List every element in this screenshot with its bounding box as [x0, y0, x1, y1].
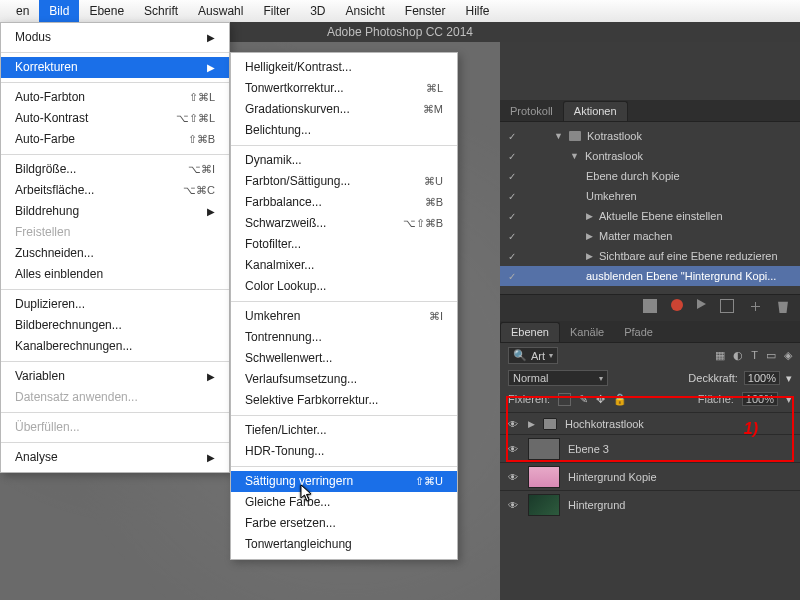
opacity-value[interactable]: 100% [744, 371, 780, 385]
menu-item[interactable]: Farbe ersetzen... [231, 513, 457, 534]
action-row[interactable]: ausblenden Ebene "Hintergrund Kopi... [500, 266, 800, 286]
tab-protokoll[interactable]: Protokoll [500, 102, 563, 121]
menu-ebene[interactable]: Ebene [79, 0, 134, 22]
checkmark-icon[interactable] [506, 230, 518, 242]
layer-row[interactable]: Hintergrund [500, 490, 800, 518]
checkmark-icon[interactable] [506, 150, 518, 162]
checkmark-icon[interactable] [506, 170, 518, 182]
menu-item[interactable]: Tontrennung... [231, 327, 457, 348]
menu-item[interactable]: Arbeitsfläche...⌥⌘C [1, 180, 229, 201]
blend-mode-select[interactable]: Normal ▾ [508, 370, 608, 386]
menu-en[interactable]: en [6, 0, 39, 22]
menu-item[interactable]: Tiefen/Lichter... [231, 420, 457, 441]
checkmark-icon[interactable] [506, 250, 518, 262]
layer-row[interactable]: Hintergrund Kopie [500, 462, 800, 490]
menu-item[interactable]: Duplizieren... [1, 294, 229, 315]
menu-item[interactable]: Fotofilter... [231, 234, 457, 255]
disclosure-triangle-icon[interactable]: ▶ [586, 231, 593, 241]
new-set-icon[interactable] [720, 299, 734, 313]
visibility-eye-icon[interactable] [506, 443, 520, 455]
menu-item[interactable]: Variablen▶ [1, 366, 229, 387]
menu-item[interactable]: Dynamik... [231, 150, 457, 171]
menu-item[interactable]: HDR-Tonung... [231, 441, 457, 462]
layer-thumbnail[interactable] [528, 466, 560, 488]
menu-schrift[interactable]: Schrift [134, 0, 188, 22]
lock-brush-icon[interactable]: ✎ [579, 393, 588, 406]
menu-item[interactable]: Schwarzweiß...⌥⇧⌘B [231, 213, 457, 234]
layer-filter-kind[interactable]: 🔍 Art ▾ [508, 347, 558, 364]
action-row[interactable]: ▼Kontraslook [500, 146, 800, 166]
menu-ansicht[interactable]: Ansicht [335, 0, 394, 22]
tab-kanäle[interactable]: Kanäle [560, 323, 614, 342]
menu-item[interactable]: Tonwertkorrektur...⌘L [231, 78, 457, 99]
visibility-eye-icon[interactable] [506, 418, 520, 430]
menu-item[interactable]: Sättigung verringern⇧⌘U [231, 471, 457, 492]
disclosure-triangle-icon[interactable]: ▼ [554, 131, 563, 141]
visibility-eye-icon[interactable] [506, 499, 520, 511]
trash-icon[interactable] [776, 299, 790, 313]
menu-item[interactable]: Kanalmixer... [231, 255, 457, 276]
menu-item[interactable]: Bilddrehung▶ [1, 201, 229, 222]
action-row[interactable]: ▶Matter machen [500, 226, 800, 246]
filter-pixel-icon[interactable]: ▦ [715, 349, 725, 362]
play-icon[interactable] [697, 299, 706, 309]
menu-item[interactable]: Umkehren⌘I [231, 306, 457, 327]
action-row[interactable]: ▶Sichtbare auf eine Ebene reduzieren [500, 246, 800, 266]
layer-thumbnail[interactable] [528, 438, 560, 460]
menu-item[interactable]: Verlaufsumsetzung... [231, 369, 457, 390]
menu-item[interactable]: Modus▶ [1, 27, 229, 48]
lock-all-icon[interactable]: 🔒 [613, 393, 627, 406]
action-row[interactable]: ▶Aktuelle Ebene einstellen [500, 206, 800, 226]
action-row[interactable]: Ebene durch Kopie [500, 166, 800, 186]
menu-item[interactable]: Gleiche Farbe... [231, 492, 457, 513]
filter-shape-icon[interactable]: ▭ [766, 349, 776, 362]
layer-name[interactable]: Hintergrund Kopie [568, 471, 657, 483]
fill-value[interactable]: 100% [742, 392, 778, 406]
menu-item[interactable]: Auto-Farbe⇧⌘B [1, 129, 229, 150]
visibility-eye-icon[interactable] [506, 471, 520, 483]
disclosure-triangle-icon[interactable]: ▼ [570, 151, 579, 161]
filter-smart-icon[interactable]: ◈ [784, 349, 792, 362]
menu-item[interactable]: Gradationskurven...⌘M [231, 99, 457, 120]
layer-name[interactable]: Hochkotrastlook [565, 418, 644, 430]
action-row[interactable]: ▼Kotrastlook [500, 126, 800, 146]
lock-move-icon[interactable]: ✥ [596, 393, 605, 406]
checkmark-icon[interactable] [506, 210, 518, 222]
action-row[interactable]: Umkehren [500, 186, 800, 206]
menu-item[interactable]: Selektive Farbkorrektur... [231, 390, 457, 411]
checkmark-icon[interactable] [506, 190, 518, 202]
menu-item[interactable]: Alles einblenden [1, 264, 229, 285]
menu-item[interactable]: Helligkeit/Kontrast... [231, 57, 457, 78]
menu-item[interactable]: Auto-Kontrast⌥⇧⌘L [1, 108, 229, 129]
disclosure-triangle-icon[interactable]: ▶ [586, 211, 593, 221]
record-icon[interactable] [671, 299, 683, 311]
menu-3d[interactable]: 3D [300, 0, 335, 22]
menu-item[interactable]: Analyse▶ [1, 447, 229, 468]
menu-item[interactable]: Tonwertangleichung [231, 534, 457, 555]
layer-name[interactable]: Hintergrund [568, 499, 625, 511]
stop-icon[interactable] [643, 299, 657, 313]
menu-item[interactable]: Auto-Farbton⇧⌘L [1, 87, 229, 108]
menu-item[interactable]: Bildberechnungen... [1, 315, 229, 336]
menu-item[interactable]: Schwellenwert... [231, 348, 457, 369]
opacity-stepper[interactable]: ▾ [786, 372, 792, 385]
checkmark-icon[interactable] [506, 270, 518, 282]
menu-item[interactable]: Bildgröße...⌥⌘I [1, 159, 229, 180]
menu-item[interactable]: Farbbalance...⌘B [231, 192, 457, 213]
disclosure-triangle-icon[interactable]: ▶ [586, 251, 593, 261]
menu-fenster[interactable]: Fenster [395, 0, 456, 22]
menu-bild[interactable]: Bild [39, 0, 79, 22]
filter-type-icon[interactable]: T [751, 349, 758, 362]
menu-item[interactable]: Belichtung... [231, 120, 457, 141]
menu-filter[interactable]: Filter [253, 0, 300, 22]
menu-item[interactable]: Zuschneiden... [1, 243, 229, 264]
layer-row[interactable]: Ebene 3 [500, 434, 800, 462]
menu-item[interactable]: Color Lookup... [231, 276, 457, 297]
lock-transparent-icon[interactable] [558, 393, 571, 406]
menu-item[interactable]: Korrekturen▶ [1, 57, 229, 78]
layer-thumbnail[interactable] [528, 494, 560, 516]
fill-stepper[interactable]: ▾ [786, 393, 792, 406]
tab-ebenen[interactable]: Ebenen [500, 322, 560, 342]
filter-adjust-icon[interactable]: ◐ [733, 349, 743, 362]
menu-item[interactable]: Kanalberechnungen... [1, 336, 229, 357]
